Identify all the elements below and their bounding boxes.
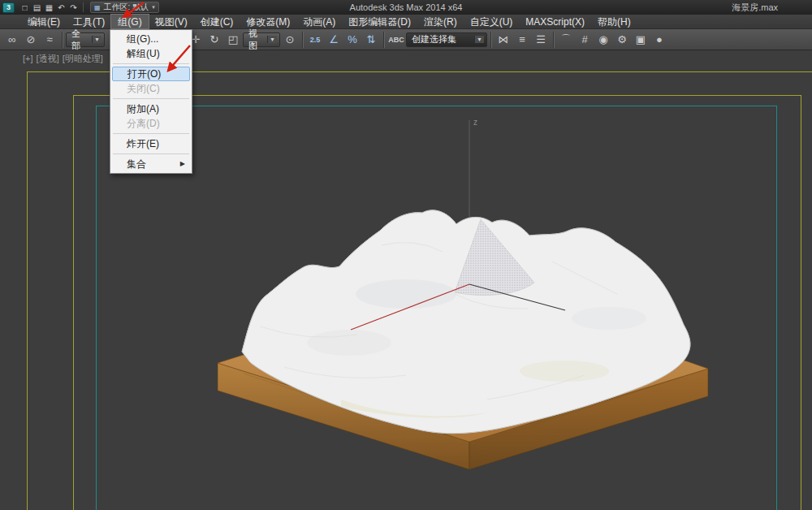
use-pivot-point-icon[interactable]: ⊙ <box>281 31 299 49</box>
menu-help[interactable]: 帮助(H) <box>591 15 637 28</box>
unlink-selection-icon[interactable]: ⊘ <box>22 31 40 49</box>
chevron-down-icon: ▼ <box>267 36 277 43</box>
workspace-icon: ▦ <box>94 4 101 11</box>
menu-modifiers[interactable]: 修改器(M) <box>240 15 296 28</box>
menu-rendering[interactable]: 渲染(R) <box>417 15 464 28</box>
named-selection-set-dropdown[interactable]: 创建选择集 ▼ <box>406 32 487 47</box>
toolbar-separator <box>302 32 303 48</box>
selection-filter-value: 全部 <box>71 28 89 52</box>
toolbar-separator <box>383 32 384 48</box>
reference-coordinate-dropdown[interactable]: 视图 ▼ <box>243 32 280 47</box>
group-menu-item-assembly[interactable]: 集合 ▶ <box>112 157 190 171</box>
menu-separator <box>113 153 189 154</box>
group-menu-item-close: 关闭(C) <box>112 81 190 96</box>
viewport-menu-view[interactable]: [透视] <box>37 54 59 63</box>
menu-separator <box>113 98 189 99</box>
mirror-icon[interactable]: ⋈ <box>495 31 512 49</box>
save-file-icon[interactable]: ▦ <box>43 2 55 14</box>
group-menu-item-detach: 分离(D) <box>112 116 190 131</box>
select-and-scale-icon[interactable]: ◰ <box>224 31 242 49</box>
toolbar-separator <box>553 32 554 48</box>
named-selection-set-value: 创建选择集 <box>412 33 456 45</box>
schematic-view-icon[interactable]: # <box>576 31 594 49</box>
workspace-label: 工作区: 默认 <box>104 2 149 13</box>
group-menu-item-ungroup[interactable]: 解组(U) <box>112 46 190 61</box>
chevron-down-icon: ▼ <box>92 36 102 43</box>
menu-group[interactable]: 组(G) <box>111 15 148 28</box>
menu-separator <box>113 133 189 134</box>
select-and-link-icon[interactable]: ∞ <box>3 31 21 49</box>
spinner-snap-icon[interactable]: ⇅ <box>362 31 380 49</box>
material-editor-icon[interactable]: ◉ <box>594 31 612 49</box>
chevron-down-icon: ▼ <box>474 36 484 43</box>
layer-manager-icon[interactable]: ☰ <box>532 31 550 49</box>
snap-toggle-icon[interactable]: 2.5 <box>306 31 324 49</box>
align-icon[interactable]: ≡ <box>513 31 531 49</box>
menu-animation[interactable]: 动画(A) <box>296 15 342 28</box>
bind-to-space-warp-icon[interactable]: ≈ <box>41 31 58 49</box>
group-menu-item-assembly-label: 集合 <box>127 158 146 170</box>
render-setup-icon[interactable]: ⚙ <box>613 31 631 49</box>
percent-snap-icon[interactable]: % <box>343 31 361 49</box>
open-file-icon[interactable]: ▤ <box>31 2 43 14</box>
3dsmax-window: 3 □ ▤ ▦ ↶ ↷ ▦ 工作区: 默认 ▾ Autodesk 3ds Max… <box>0 0 812 510</box>
menubar: 编辑(E) 工具(T) 组(G) 视图(V) 创建(C) 修改器(M) 动画(A… <box>0 15 812 29</box>
menu-separator <box>113 63 189 64</box>
angle-snap-icon[interactable]: ∠ <box>325 31 343 49</box>
group-menu-item-open[interactable]: 打开(O) <box>112 67 190 81</box>
group-menu-item-attach[interactable]: 附加(A) <box>112 102 190 116</box>
viewport-menu-shading[interactable]: [明暗处理] <box>63 54 103 63</box>
undo-icon[interactable]: ↶ <box>55 2 67 14</box>
menu-edit[interactable]: 编辑(E) <box>21 15 67 28</box>
submenu-arrow-icon: ▶ <box>180 157 185 171</box>
titlebar: 3 □ ▤ ▦ ↶ ↷ ▦ 工作区: 默认 ▾ Autodesk 3ds Max… <box>0 0 812 15</box>
document-name: 海景房.max <box>732 2 778 14</box>
curve-editor-icon[interactable]: ⌒ <box>557 31 575 49</box>
titlebar-separator <box>83 2 84 12</box>
keyboard-shortcut-override-icon[interactable]: ABC <box>387 31 405 49</box>
rendered-frame-window-icon[interactable]: ▣ <box>632 31 650 49</box>
menu-graph-editors[interactable]: 图形编辑器(D) <box>342 15 417 28</box>
new-scene-icon[interactable]: □ <box>19 2 31 14</box>
select-and-rotate-icon[interactable]: ↻ <box>205 31 223 49</box>
menu-tools[interactable]: 工具(T) <box>67 15 111 28</box>
menu-views[interactable]: 视图(V) <box>149 15 194 28</box>
group-menu-dropdown: 组(G)... 解组(U) 打开(O) 关闭(C) 附加(A) 分离(D) 炸开… <box>110 29 192 174</box>
viewport-menu-plus[interactable]: [+] <box>23 54 33 63</box>
render-production-icon[interactable]: ● <box>650 31 668 49</box>
menu-create[interactable]: 创建(C) <box>194 15 240 28</box>
viewport-label: [+] [透视] [明暗处理] <box>23 53 104 65</box>
redo-icon[interactable]: ↷ <box>67 2 80 14</box>
chevron-down-icon: ▾ <box>152 4 155 11</box>
z-axis-label: z <box>473 118 477 127</box>
toolbar-separator <box>490 32 491 48</box>
toolbar-separator <box>62 32 63 48</box>
menu-maxscript[interactable]: MAXScript(X) <box>519 15 591 28</box>
workspace-selector[interactable]: ▦ 工作区: 默认 ▾ <box>90 2 159 13</box>
reference-coordinate-value: 视图 <box>248 28 264 52</box>
selection-filter-dropdown[interactable]: 全部 ▼ <box>66 32 105 47</box>
group-menu-item-explode[interactable]: 炸开(E) <box>112 136 190 151</box>
group-menu-item-group[interactable]: 组(G)... <box>112 32 190 46</box>
window-title: Autodesk 3ds Max 2014 x64 <box>350 2 463 12</box>
menu-customize[interactable]: 自定义(U) <box>464 15 520 28</box>
app-logo-icon[interactable]: 3 <box>2 2 15 13</box>
